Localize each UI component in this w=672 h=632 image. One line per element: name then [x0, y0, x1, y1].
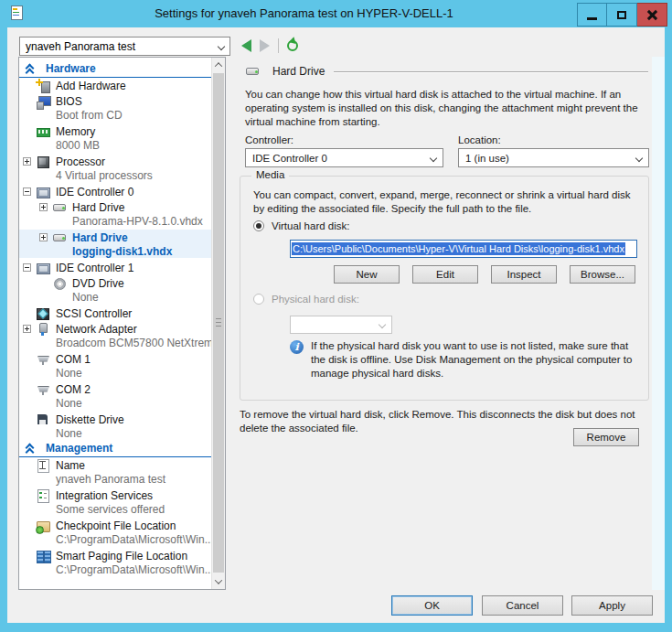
- hyperv-settings-icon: [9, 5, 24, 20]
- hard-drive-icon: [52, 200, 67, 215]
- expand-plus-icon[interactable]: [39, 203, 48, 211]
- sidebar-item-sublabel: ynaveh Panorama test: [19, 473, 211, 486]
- controller-dropdown[interactable]: IDE Controller 0: [245, 148, 443, 167]
- physical-disk-info-text: If the physical hard disk you want to us…: [311, 339, 639, 380]
- close-button[interactable]: [637, 3, 667, 27]
- sidebar-item-label: Diskette Drive: [56, 413, 124, 426]
- panel-title: Hard Drive: [272, 65, 325, 78]
- sidebar-item-diskette-drive[interactable]: Diskette Drive: [19, 412, 211, 427]
- maximize-button[interactable]: [607, 3, 637, 27]
- sidebar-item-smart-paging-file-location[interactable]: Smart Paging File Location: [19, 548, 211, 563]
- forward-button[interactable]: [260, 39, 270, 52]
- section-label: Management: [46, 442, 112, 455]
- expand-plus-icon[interactable]: [23, 325, 31, 333]
- cancel-button[interactable]: Cancel: [482, 595, 563, 616]
- sidebar-item-ide-controller-1[interactable]: IDE Controller 1: [19, 260, 211, 275]
- bios-icon: [36, 94, 50, 109]
- physical-disk-dropdown: [290, 316, 392, 334]
- new-button[interactable]: New: [334, 265, 400, 284]
- sidebar-item-label: BIOS: [56, 95, 82, 108]
- scroll-up-icon[interactable]: [212, 58, 225, 72]
- sidebar-item-label: Integration Services: [56, 489, 153, 502]
- media-groupbox: Media You can compact, convert, expand, …: [240, 176, 649, 401]
- sidebar-item-sublabel: Boot from CD: [19, 109, 211, 122]
- edit-button[interactable]: Edit: [412, 265, 478, 284]
- apply-button[interactable]: Apply: [571, 595, 653, 616]
- location-value: 1 (in use): [465, 153, 509, 164]
- collapse-minus-icon[interactable]: [23, 263, 31, 272]
- sidebar-item-label: Hard Drive: [72, 231, 128, 244]
- sidebar-item-sublabel: 4 Virtual processors: [19, 169, 211, 182]
- sidebar-item-integration-services[interactable]: Integration Services: [19, 487, 211, 503]
- expand-plus-icon[interactable]: [39, 233, 48, 241]
- ok-button[interactable]: OK: [391, 595, 473, 616]
- checkpoint-icon: [36, 519, 50, 533]
- chevron-down-icon: [379, 321, 386, 328]
- sidebar-item-ide-controller-0[interactable]: IDE Controller 0: [19, 184, 211, 199]
- chevron-down-icon: [218, 42, 225, 49]
- location-dropdown[interactable]: 1 (in use): [458, 148, 649, 167]
- sidebar-item-com-2[interactable]: COM 2: [19, 381, 211, 397]
- sidebar-item-sublabel: Broadcom BCM57800 NetXtrem...: [19, 337, 211, 349]
- sidebar-item-scsi-controller[interactable]: SCSI Controller: [19, 305, 211, 321]
- virtual-hard-disk-path-input[interactable]: C:\Users\Public\Documents\Hyper-V\Virtua…: [290, 240, 637, 258]
- titlebar[interactable]: Settings for ynaveh Panorama test on HYP…: [0, 0, 672, 27]
- physical-hard-disk-radio[interactable]: [253, 294, 264, 305]
- sidebar-scrollbar[interactable]: [211, 58, 225, 589]
- section-header-hardware[interactable]: Hardware: [19, 63, 211, 78]
- smart-paging-icon: [36, 549, 50, 563]
- add-hardware-icon: [36, 79, 50, 93]
- sidebar-item-dvd-drive[interactable]: DVD Drive: [19, 275, 211, 291]
- scrollbar-thumb[interactable]: [213, 73, 224, 573]
- window-title: Settings for ynaveh Panorama test on HYP…: [55, 0, 553, 27]
- sidebar-item-name[interactable]: Name: [19, 457, 211, 473]
- virtual-hard-disk-radio[interactable]: [253, 220, 264, 231]
- sidebar-item-processor[interactable]: Processor: [19, 154, 211, 169]
- browse-button[interactable]: Browse...: [570, 265, 635, 284]
- sidebar-item-bios[interactable]: BIOS: [19, 93, 211, 109]
- scroll-down-icon[interactable]: [212, 574, 225, 589]
- sidebar-item-label: Name: [56, 459, 85, 472]
- processor-icon: [36, 155, 50, 169]
- refresh-button[interactable]: [287, 40, 298, 51]
- com-port-icon: [36, 352, 50, 367]
- sidebar-item-com-1[interactable]: COM 1: [19, 351, 211, 367]
- section-header-management[interactable]: Management: [19, 443, 211, 457]
- sidebar-item-sublabel: Panorama-HPV-8.1.0.vhdx: [19, 215, 211, 228]
- info-icon: [290, 340, 304, 354]
- remove-button[interactable]: Remove: [573, 428, 639, 446]
- sidebar-item-label: Processor: [56, 155, 105, 168]
- sidebar-item-memory[interactable]: Memory: [19, 123, 211, 139]
- sidebar-item-add-hardware[interactable]: Add Hardware: [19, 78, 211, 93]
- controller-icon: [36, 185, 50, 199]
- sidebar-item-sublabel: 8000 MB: [19, 139, 211, 152]
- sidebar-item-label: Memory: [56, 125, 95, 138]
- hard-drive-icon: [245, 64, 260, 79]
- virtual-hard-disk-radio-label: Virtual hard disk:: [272, 220, 349, 231]
- sidebar-item-sublabel: C:\ProgramData\Microsoft\Win...: [19, 563, 211, 576]
- sidebar-item-checkpoint-file-location[interactable]: Checkpoint File Location: [19, 518, 211, 533]
- hard-drive-settings-panel: Hard Drive You can change how this virtu…: [233, 57, 652, 590]
- com-port-icon: [36, 382, 50, 397]
- sidebar-item-hard-drive-1[interactable]: Hard Drive: [19, 199, 211, 215]
- media-group-label: Media: [251, 169, 289, 180]
- inspect-button[interactable]: Inspect: [491, 265, 557, 284]
- expand-plus-icon[interactable]: [23, 157, 31, 166]
- panel-intro-text: You can change how this virtual hard dis…: [245, 88, 644, 129]
- close-icon: [646, 9, 657, 20]
- collapse-minus-icon[interactable]: [23, 187, 31, 196]
- minimize-button[interactable]: [577, 3, 607, 27]
- sidebar-item-label: Smart Paging File Location: [56, 550, 187, 562]
- vm-selector-combobox[interactable]: ynaveh Panorama test: [19, 37, 230, 56]
- back-button[interactable]: [241, 39, 251, 52]
- hard-drive-icon: [52, 230, 67, 245]
- physical-hard-disk-radio-label: Physical hard disk:: [272, 294, 359, 305]
- dvd-drive-icon: [52, 276, 67, 291]
- dialog-body: ynaveh Panorama test Hardware Add Hardwa…: [7, 27, 665, 623]
- sidebar-item-hard-drive-2-selected[interactable]: Hard Drive: [19, 230, 211, 245]
- media-description: You can compact, convert, expand, merge,…: [253, 188, 637, 216]
- settings-dialog-window: Settings for ynaveh Panorama test on HYP…: [0, 0, 672, 632]
- sidebar-item-label: IDE Controller 0: [56, 186, 133, 198]
- sidebar-item-network-adapter[interactable]: Network Adapter: [19, 321, 211, 337]
- sidebar-item-sublabel: Some services offered: [19, 503, 211, 516]
